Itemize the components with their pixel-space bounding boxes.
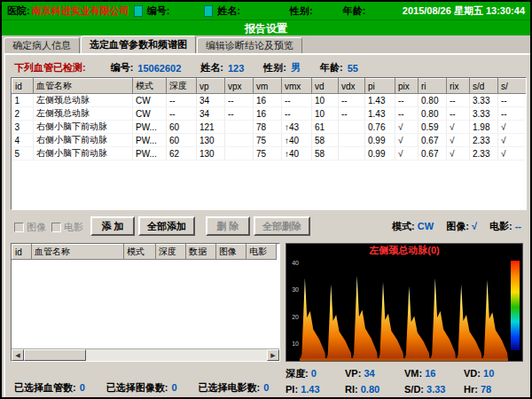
add-all-button[interactable]: 全部添加 <box>138 216 195 236</box>
params-row-1: 深度: 0VP: 34VM: 16VD: 10 <box>286 365 523 381</box>
column-header[interactable]: 图像 <box>216 245 246 260</box>
tab-patient-info[interactable]: 确定病人信息 <box>4 37 80 53</box>
column-header[interactable]: vpx <box>225 79 254 94</box>
param-label: PI: <box>286 384 298 395</box>
vessel-table-body: 1左侧颈总动脉CW--34--16--10--1.43--0.80--3.33-… <box>12 94 528 160</box>
main-panel: 下列血管已检测: 编号: 15062602 姓名: 123 性别: 男 年龄: … <box>4 53 532 399</box>
table-cell: -- <box>498 94 528 107</box>
column-header[interactable]: pix <box>395 79 419 94</box>
column-header[interactable]: vmx <box>282 79 312 94</box>
delete-all-button[interactable]: 全部删除 <box>254 216 310 236</box>
table-cell: 58 <box>312 134 339 147</box>
horizontal-scrollbar: ◀ ▶ <box>12 348 279 361</box>
param-value: 0.80 <box>361 384 379 395</box>
table-cell: -- <box>282 107 312 121</box>
param-pair: Hr: 78 <box>464 384 523 395</box>
mode-pair: 模式: CW <box>392 220 434 233</box>
add-button[interactable]: 添 加 <box>90 216 135 236</box>
column-header[interactable]: vd <box>312 79 339 94</box>
table-cell: -- <box>447 94 470 107</box>
table-cell: 0.99 <box>365 134 395 147</box>
param-pair: 深度: 0 <box>286 367 345 380</box>
image-pair: 图像: √ <box>446 220 477 233</box>
gender-label: 性别: <box>290 4 313 18</box>
name-label: 姓名: <box>217 4 240 18</box>
column-header[interactable]: 血管名称 <box>32 245 124 260</box>
table-row[interactable]: 5右侧小脑下前动脉PW...6213075↑40580.99√0.67√2.33… <box>12 147 528 160</box>
table-cell <box>339 134 365 147</box>
cine-count-value: 0 <box>263 382 269 393</box>
table-cell: 78 <box>254 121 282 134</box>
checkbox-icon <box>14 223 24 232</box>
detected-vessels-table: id血管名称模式深度vpvpxvmvmxvdvdxpipixririxs/ds/… <box>11 77 527 210</box>
table-row[interactable]: 4右侧小脑下前动脉PW...6013075↑40580.99√0.67√2.33… <box>12 134 528 147</box>
column-header[interactable]: 模式 <box>133 79 167 94</box>
column-header[interactable]: ri <box>419 79 447 94</box>
table-cell: 2.33 <box>470 134 498 147</box>
cine-checkbox[interactable]: 电影 <box>51 221 83 234</box>
table-cell: 75 <box>254 134 282 147</box>
param-value: 3.33 <box>426 384 445 395</box>
table-cell: 34 <box>197 107 225 121</box>
id-field[interactable] <box>169 5 200 17</box>
column-header[interactable]: 数据 <box>186 245 216 260</box>
param-label: VM: <box>404 368 422 379</box>
tab-bar: 确定病人信息 选定血管参数和频谱图 编辑诊断结论及预览 <box>4 35 303 53</box>
column-header[interactable]: id <box>12 79 34 94</box>
table-cell: √ <box>395 134 419 147</box>
id-label: 编号: <box>147 4 170 18</box>
param-label: RI: <box>345 384 358 395</box>
scrollbar-thumb[interactable] <box>24 349 86 361</box>
selected-cine-count: 已选择电影数:0 <box>199 381 270 395</box>
param-value: 10 <box>483 368 494 379</box>
image-checkbox[interactable]: 图像 <box>14 221 46 234</box>
scroll-left-button[interactable]: ◀ <box>12 349 24 361</box>
color-scale-bar <box>511 261 520 350</box>
column-header[interactable]: 血管名称 <box>34 79 133 94</box>
column-header[interactable]: 深度 <box>156 245 186 260</box>
tab-vessel-params[interactable]: 选定血管参数和频谱图 <box>81 35 196 53</box>
table-cell: 3 <box>12 121 34 134</box>
selection-table-header-row: id血管名称模式深度数据图像电影 <box>12 245 277 260</box>
column-header[interactable]: 模式 <box>124 245 156 260</box>
column-header[interactable]: 深度 <box>167 79 197 94</box>
table-cell <box>225 147 254 160</box>
column-header[interactable]: vp <box>197 79 225 94</box>
param-value: 34 <box>364 368 374 379</box>
column-header[interactable]: pi <box>365 79 395 94</box>
gender-field[interactable] <box>313 5 343 17</box>
name-field[interactable] <box>240 5 290 17</box>
scrollbar-track[interactable] <box>24 349 267 361</box>
table-row[interactable]: 3右侧小脑下前动脉PW...6012178↑43610.76√0.59√1.98… <box>12 121 528 134</box>
table-cell <box>225 134 254 147</box>
y-axis-label: 30 <box>286 286 299 293</box>
detected-vessels-label: 下列血管已检测: <box>14 61 86 74</box>
scroll-right-button[interactable]: ▶ <box>267 349 279 361</box>
table-cell: 75 <box>254 147 282 160</box>
column-header[interactable]: vm <box>254 79 282 94</box>
table-cell: 1.43 <box>365 107 395 121</box>
table-cell: 130 <box>197 134 225 147</box>
table-cell: -- <box>282 94 312 107</box>
table-row[interactable]: 1左侧颈总动脉CW--34--16--10--1.43--0.80--3.33-… <box>12 94 528 107</box>
table-cell: -- <box>447 107 470 121</box>
table-cell: -- <box>498 107 528 121</box>
image-label: 图像: <box>446 221 469 231</box>
table-row[interactable]: 2左侧颈总动脉CW--34--16--10--1.43--0.80--3.33-… <box>12 107 528 121</box>
table-cell: 130 <box>197 147 225 160</box>
column-header[interactable]: id <box>12 245 32 260</box>
column-header[interactable]: vdx <box>339 79 365 94</box>
window-title: 报告设置 <box>2 20 530 35</box>
column-header[interactable]: s/d <box>470 79 498 94</box>
param-pair: VP: 34 <box>345 368 404 379</box>
delete-button[interactable]: 删 除 <box>206 216 250 236</box>
table-cell: CW <box>133 94 167 107</box>
tab-diagnosis-preview[interactable]: 编辑诊断结论及预览 <box>197 37 302 53</box>
column-header[interactable]: s/ <box>498 79 528 94</box>
column-header[interactable]: 电影 <box>246 245 277 260</box>
table-cell: PW... <box>133 147 167 160</box>
param-label: Hr: <box>464 384 478 395</box>
table-cell <box>339 121 365 134</box>
column-header[interactable]: rix <box>447 79 470 94</box>
table-cell <box>339 147 365 160</box>
